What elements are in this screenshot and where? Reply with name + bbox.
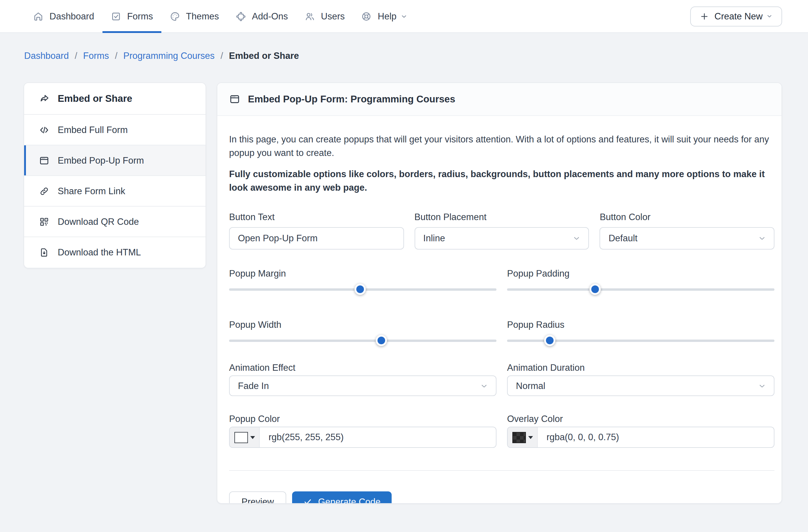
animation-effect-label: Animation Effect bbox=[229, 362, 496, 373]
slider-track bbox=[229, 339, 496, 342]
animation-duration-label: Animation Duration bbox=[507, 362, 774, 373]
breadcrumb-link-forms[interactable]: Forms bbox=[83, 51, 109, 61]
breadcrumb-current: Embed or Share bbox=[229, 51, 299, 61]
popup-width-label: Popup Width bbox=[229, 320, 496, 330]
sidebar-item-label: Download QR Code bbox=[58, 216, 139, 227]
home-icon bbox=[33, 11, 43, 21]
chevron-down-icon bbox=[766, 13, 773, 19]
intro-text: In this page, you can create popups that… bbox=[229, 132, 774, 159]
popup-window-icon bbox=[39, 155, 50, 166]
panel-header: Embed Pop-Up Form: Programming Courses bbox=[217, 83, 782, 116]
popup-margin-slider[interactable] bbox=[229, 284, 496, 295]
popup-color-value[interactable]: rgb(255, 255, 255) bbox=[260, 427, 344, 447]
qr-code-icon bbox=[39, 216, 50, 227]
caret-down-icon bbox=[528, 436, 533, 439]
share-forward-icon bbox=[39, 93, 50, 104]
popup-radius-label: Popup Radius bbox=[507, 320, 774, 330]
popup-color-picker[interactable]: rgb(255, 255, 255) bbox=[229, 427, 496, 448]
popup-margin-label: Popup Margin bbox=[229, 268, 496, 279]
animation-duration-select[interactable]: Normal bbox=[507, 376, 774, 396]
lifebuoy-icon bbox=[361, 11, 372, 21]
breadcrumb-separator: / bbox=[221, 51, 223, 61]
top-navigation: Dashboard Forms Themes Add-Ons Users bbox=[0, 0, 808, 33]
overlay-color-picker[interactable]: rgba(0, 0, 0, 0.75) bbox=[507, 427, 774, 448]
popup-color-label: Popup Color bbox=[229, 414, 496, 424]
sidebar-item-embed-popup-form[interactable]: Embed Pop-Up Form bbox=[24, 145, 205, 176]
popup-margin-group: Popup Margin bbox=[229, 268, 496, 295]
animation-row: Animation Effect Fade In Animation Durat… bbox=[229, 362, 774, 396]
sidebar-title-label: Embed or Share bbox=[58, 93, 132, 104]
chevron-down-icon bbox=[758, 382, 766, 390]
create-new-button[interactable]: Create New bbox=[690, 6, 782, 26]
link-icon bbox=[39, 186, 50, 196]
button-text-label: Button Text bbox=[229, 212, 404, 223]
breadcrumb-link-dashboard[interactable]: Dashboard bbox=[24, 51, 69, 61]
sidebar-item-share-form-link[interactable]: Share Form Link bbox=[24, 176, 205, 207]
button-options-row: Button Text Button Placement Inline bbox=[229, 212, 774, 249]
popup-radius-slider-thumb[interactable] bbox=[544, 335, 555, 346]
sidebar-item-label: Share Form Link bbox=[58, 186, 125, 196]
sidebar-item-download-qr-code[interactable]: Download QR Code bbox=[24, 207, 205, 237]
puzzle-icon bbox=[236, 11, 246, 21]
button-placement-value: Inline bbox=[423, 233, 445, 244]
preview-button[interactable]: Preview bbox=[229, 491, 286, 504]
breadcrumb-link-programming-courses[interactable]: Programming Courses bbox=[123, 51, 215, 61]
nav-item-themes[interactable]: Themes bbox=[161, 0, 227, 32]
popup-window-icon bbox=[229, 94, 240, 105]
overlay-color-swatch bbox=[512, 432, 526, 443]
nav-item-users[interactable]: Users bbox=[296, 0, 353, 32]
animation-duration-group: Animation Duration Normal bbox=[507, 362, 774, 396]
nav-label: Themes bbox=[186, 11, 219, 21]
nav-item-forms[interactable]: Forms bbox=[103, 0, 161, 32]
panel-title: Embed Pop-Up Form: Programming Courses bbox=[248, 94, 455, 105]
file-download-icon bbox=[39, 247, 50, 258]
button-placement-label: Button Placement bbox=[414, 212, 589, 223]
nav-item-help[interactable]: Help bbox=[353, 0, 416, 32]
intro-text-bold: Fully customizable options like colors, … bbox=[229, 167, 774, 194]
overlay-color-label: Overlay Color bbox=[507, 414, 774, 424]
popup-padding-slider[interactable] bbox=[507, 284, 774, 295]
breadcrumb-separator: / bbox=[115, 51, 117, 61]
animation-effect-select[interactable]: Fade In bbox=[229, 376, 496, 396]
create-new-label: Create New bbox=[714, 11, 763, 21]
button-placement-select[interactable]: Inline bbox=[414, 227, 589, 249]
nav-label: Dashboard bbox=[50, 11, 94, 21]
animation-effect-group: Animation Effect Fade In bbox=[229, 362, 496, 396]
check-icon bbox=[303, 497, 312, 504]
nav-label: Add-Ons bbox=[252, 11, 288, 21]
generate-code-label: Generate Code bbox=[318, 496, 381, 504]
actions-row: Preview Generate Code bbox=[229, 491, 774, 504]
breadcrumb: Dashboard / Forms / Programming Courses … bbox=[0, 33, 808, 61]
popup-padding-slider-thumb[interactable] bbox=[590, 284, 601, 295]
generate-code-button[interactable]: Generate Code bbox=[292, 491, 392, 504]
popup-margin-slider-thumb[interactable] bbox=[354, 284, 366, 295]
nav-label: Help bbox=[378, 11, 397, 21]
button-color-select[interactable]: Default bbox=[600, 227, 774, 249]
popup-radius-slider[interactable] bbox=[507, 335, 774, 346]
chevron-down-icon bbox=[401, 13, 408, 20]
caret-down-icon bbox=[250, 436, 255, 439]
button-color-value: Default bbox=[609, 233, 638, 244]
button-color-label: Button Color bbox=[600, 212, 774, 223]
overlay-color-value[interactable]: rgba(0, 0, 0, 0.75) bbox=[538, 427, 619, 447]
color-pickers-row: Popup Color rgb(255, 255, 255) Overlay C… bbox=[229, 414, 774, 448]
section-divider bbox=[229, 470, 774, 471]
popup-color-swatch-button[interactable] bbox=[230, 427, 260, 447]
sidebar-item-download-the-html[interactable]: Download the HTML bbox=[24, 237, 205, 268]
animation-duration-value: Normal bbox=[516, 380, 545, 391]
breadcrumb-separator: / bbox=[75, 51, 77, 61]
nav-item-dashboard[interactable]: Dashboard bbox=[25, 0, 103, 32]
button-color-field-group: Button Color Default bbox=[600, 212, 774, 249]
nav-item-add-ons[interactable]: Add-Ons bbox=[227, 0, 296, 32]
sidebar-item-embed-full-form[interactable]: Embed Full Form bbox=[24, 115, 205, 145]
popup-width-slider[interactable] bbox=[229, 335, 496, 346]
nav-label: Forms bbox=[127, 11, 153, 21]
app-root: Dashboard Forms Themes Add-Ons Users bbox=[0, 0, 808, 532]
chevron-down-icon bbox=[480, 382, 488, 390]
popup-width-group: Popup Width bbox=[229, 320, 496, 346]
sidebar-item-label: Download the HTML bbox=[58, 247, 141, 258]
popup-width-slider-thumb[interactable] bbox=[376, 335, 387, 346]
overlay-color-swatch-button[interactable] bbox=[508, 427, 538, 447]
button-text-input[interactable] bbox=[229, 227, 404, 249]
palette-icon bbox=[170, 11, 180, 21]
